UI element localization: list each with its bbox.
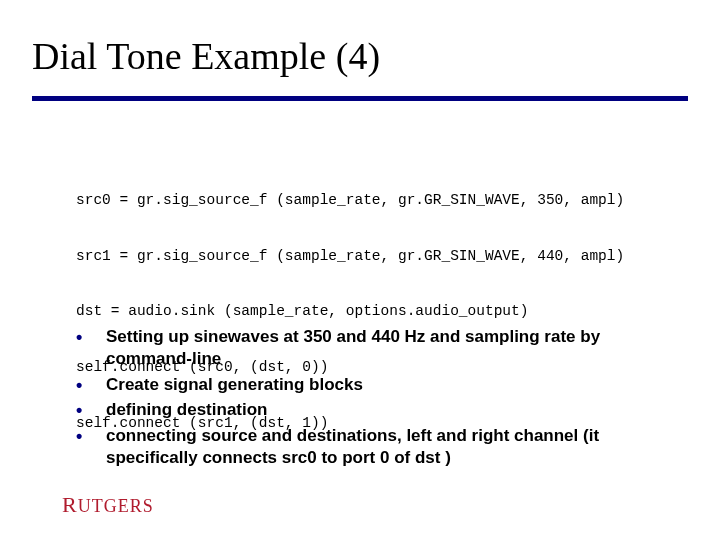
slide: Dial Tone Example (4) src0 = gr.sig_sour…	[0, 0, 720, 540]
code-line: src1 = gr.sig_source_f (sample_rate, gr.…	[76, 247, 624, 266]
code-line: src0 = gr.sig_source_f (sample_rate, gr.…	[76, 191, 624, 210]
bullet-text: defining destination	[106, 400, 268, 419]
bullet-item: Setting up sinewaves at 350 and 440 Hz a…	[70, 326, 680, 370]
bullet-text: Setting up sinewaves at 350 and 440 Hz a…	[106, 327, 600, 368]
bullet-list: Setting up sinewaves at 350 and 440 Hz a…	[70, 326, 680, 473]
bullet-item: defining destination	[70, 399, 680, 421]
title-underline	[32, 96, 688, 101]
code-line: dst = audio.sink (sample_rate, options.a…	[76, 302, 624, 321]
bullet-text: connecting source and destinations, left…	[106, 426, 599, 467]
rutgers-logo: RUTGERS	[62, 492, 154, 518]
bullet-item: connecting source and destinations, left…	[70, 425, 680, 469]
bullet-text: Create signal generating blocks	[106, 375, 363, 394]
logo-text-rest: UTGERS	[78, 496, 154, 516]
slide-title: Dial Tone Example (4)	[32, 34, 380, 78]
bullet-item: Create signal generating blocks	[70, 374, 680, 396]
